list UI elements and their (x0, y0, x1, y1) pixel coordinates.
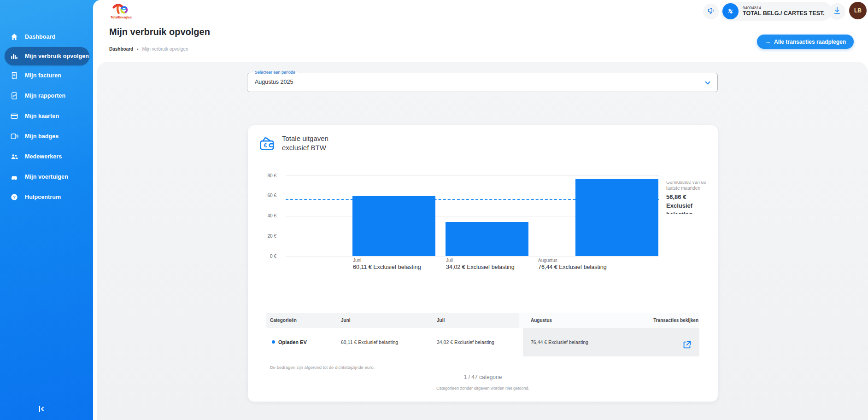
sidebar-item-label: Mijn kaarten (25, 113, 59, 119)
sidebar-item-label: Mijn verbruik opvolgen (25, 53, 89, 59)
period-select-label: Selecteer een periode (252, 70, 298, 75)
people-icon (10, 152, 18, 161)
sidebar-item-mijn-verbruik-opvolgen[interactable]: Mijn verbruik opvolgen (5, 47, 89, 65)
announcements-button[interactable] (703, 4, 719, 19)
card-title-line1: Totale uitgaven (282, 134, 328, 143)
average-annotation-suffix: Exclusief belasting (666, 201, 712, 214)
megaphone-icon (707, 6, 716, 17)
home-icon (10, 33, 18, 41)
card-icon (10, 112, 18, 120)
sidebar-item-mijn-kaarten[interactable]: Mijn kaarten (0, 106, 93, 126)
table-header-transacties: Transacties bekijken (653, 313, 698, 328)
sidebar-item-label: Mijn voertuigen (25, 174, 68, 180)
sidebar-item-mijn-facturen[interactable]: Mijn facturen (0, 65, 93, 86)
category-dot-icon (272, 340, 275, 344)
sidebar-item-medewerkers[interactable]: Medewerkers (0, 146, 93, 167)
sidebar-item-mijn-badges[interactable]: Mijn badges (0, 126, 93, 146)
account-switcher[interactable]: 94004814 TOTAL BELG./ CARTES TEST. (721, 2, 832, 21)
table-header-categorieen: Categorieën (270, 313, 297, 328)
y-tick: 80 € (257, 173, 276, 178)
sidebar-item-label: Hulpcentrum (25, 194, 61, 200)
table-header-band (266, 313, 519, 328)
table-header-juli: Juli (437, 313, 445, 328)
svg-text:?: ? (13, 195, 16, 199)
gridline (286, 175, 659, 176)
table-header-augustus: Augustus (531, 313, 552, 328)
logo-text: TotalEnergies (111, 16, 132, 19)
bar-label-value: 60,11 € Exclusief belasting (353, 264, 421, 270)
bar-label-value: 76,44 € Exclusief belasting (538, 264, 607, 270)
rounding-footnote: De bedragen zijn afgerond tot de dichtst… (270, 365, 375, 370)
avatar-initials: LB (854, 7, 862, 14)
switch-account-icon (722, 3, 739, 19)
y-tick: 0 € (257, 254, 276, 259)
account-name: TOTAL BELG./ CARTES TEST. (743, 10, 825, 17)
sidebar: Dashboard Mijn verbruik opvolgen Mijn fa… (0, 0, 101, 420)
download-button[interactable] (829, 3, 845, 20)
breadcrumb-separator: • (137, 47, 138, 52)
sidebar-item-mijn-rapporten[interactable]: Mijn rapporten (0, 86, 93, 106)
gridline (286, 256, 659, 257)
breadcrumb-current: Mijn verbruik opvolgen (142, 47, 188, 52)
svg-text:€: € (264, 142, 267, 149)
bar-label-value: 34,02 € Exclusief belasting (446, 264, 515, 270)
sidebar-item-label: Medewerkers (25, 153, 62, 160)
empty-categories-note: Categorieën zonder uitgaven worden niet … (248, 386, 718, 391)
sidebar-item-mijn-voertuigen[interactable]: Mijn voertuigen (0, 167, 93, 187)
all-transactions-button[interactable]: → Alle transacties raadplegen (757, 35, 854, 49)
bar-label-month: Juni (353, 258, 361, 263)
y-tick: 60 € (257, 193, 276, 198)
bar-augustus[interactable] (575, 179, 658, 256)
app-window: Dashboard Mijn verbruik opvolgen Mijn fa… (0, 0, 868, 420)
category-name: Opladen EV (278, 328, 307, 356)
sidebar-item-label: Dashboard (25, 34, 55, 40)
bar-juni[interactable] (352, 196, 435, 256)
category-pagination: 1 / 47 categorie (248, 374, 718, 380)
sidebar-item-dashboard[interactable]: Dashboard (0, 27, 93, 47)
account-info: 94004814 TOTAL BELG./ CARTES TEST. (743, 6, 825, 17)
totalenergies-logo[interactable]: TotalEnergies (109, 3, 133, 21)
bar-label-month: Juli (446, 258, 453, 263)
expenses-card: € Totale uitgaven exclusief BTW 80 € 60 … (248, 125, 718, 402)
vehicle-icon (10, 173, 18, 181)
card-title-line2: exclusief BTW (282, 143, 328, 152)
account-number: 94004814 (743, 6, 825, 10)
y-tick: 40 € (257, 213, 276, 218)
average-annotation: Gemiddelde van de laatste maanden 56,86 … (666, 181, 712, 214)
invoice-icon (10, 71, 18, 80)
average-annotation-value: 56,86 € (666, 192, 712, 201)
arrow-right-icon: → (765, 38, 771, 45)
bar-chart (286, 175, 659, 256)
external-link-icon[interactable] (682, 340, 692, 350)
card-title: Totale uitgaven exclusief BTW (282, 134, 328, 152)
avatar[interactable]: LB (849, 2, 867, 19)
help-icon: ? (10, 193, 18, 201)
sidebar-item-label: Mijn facturen (25, 72, 61, 79)
download-icon (833, 6, 842, 17)
chevron-down-icon (704, 79, 712, 87)
cell-juni: 60,11 € Exclusief belasting (341, 328, 398, 356)
wallet-icon: € (258, 134, 276, 153)
period-select[interactable]: Selecteer een periode Augustus 2025 (247, 73, 718, 92)
bar-juli[interactable] (446, 222, 528, 256)
cell-juli: 34,02 € Exclusief belasting (437, 328, 494, 356)
breadcrumb: Dashboard • Mijn verbruik opvolgen (109, 47, 188, 52)
collapse-sidebar-icon[interactable] (36, 403, 47, 414)
average-annotation-label: Gemiddelde van de laatste maanden (666, 181, 712, 191)
badge-icon (10, 132, 18, 140)
sidebar-item-label: Mijn rapporten (25, 93, 65, 99)
report-icon (10, 92, 18, 100)
chart-bars-icon (10, 52, 18, 60)
cell-augustus: 76,44 € Exclusief belasting (531, 328, 588, 356)
breadcrumb-dashboard[interactable]: Dashboard (109, 47, 133, 52)
bar-label-month: Augustus (538, 258, 557, 263)
page-title: Mijn verbruik opvolgen (109, 27, 210, 37)
table-header-juni: Juni (341, 313, 351, 328)
sidebar-item-hulpcentrum[interactable]: ? Hulpcentrum (0, 187, 93, 207)
sidebar-nav: Dashboard Mijn verbruik opvolgen Mijn fa… (0, 27, 93, 207)
all-transactions-label: Alle transacties raadplegen (774, 39, 846, 45)
period-select-value: Augustus 2025 (255, 79, 293, 85)
sidebar-item-label: Mijn badges (25, 133, 59, 140)
y-tick: 20 € (257, 233, 276, 239)
